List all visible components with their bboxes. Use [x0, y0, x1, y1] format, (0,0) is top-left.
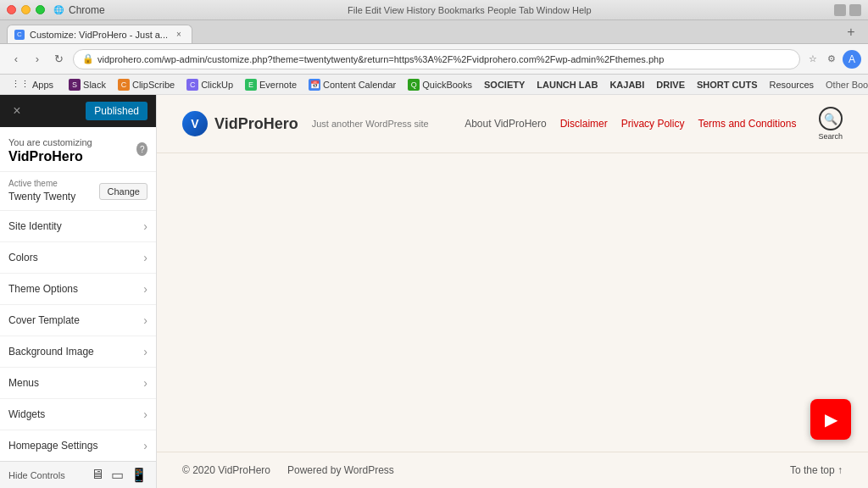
account-icon[interactable]: A [843, 50, 861, 69]
main-content: × Published You are customizing VidProHe… [0, 95, 868, 488]
traffic-lights [7, 5, 45, 14]
site-header: V VidProHero Just another WordPress site… [157, 95, 868, 153]
bookmark-drive[interactable]: DRIVE [652, 78, 689, 92]
bookmark-evernote-label: Evernote [259, 80, 297, 90]
footer-top-link[interactable]: To the top ↑ [790, 464, 843, 476]
bookmarks-bar: ⋮⋮ Apps S Slack C ClipScribe C ClickUp E… [0, 75, 868, 95]
customizer-publish-button[interactable]: Published [86, 102, 147, 120]
customizer-menu-item-widgets[interactable]: Widgets› [0, 399, 156, 430]
extensions-icon[interactable]: ⚙ [824, 52, 839, 67]
address-text: vidprohero.com/wp-admin/customize.php?th… [97, 54, 664, 64]
bookmark-apps[interactable]: ⋮⋮ Apps [7, 77, 58, 92]
menu-item-label: Cover Template [8, 314, 80, 326]
reload-button[interactable]: ↻ [49, 50, 68, 69]
bookmark-slack[interactable]: S Slack [64, 77, 110, 92]
hide-controls-button[interactable]: Hide Controls [8, 470, 65, 480]
active-theme-section: Active theme Twenty Twenty Change [0, 172, 156, 211]
logo-letter: V [191, 117, 198, 130]
customizer-info: You are customizing VidProHero ? [0, 127, 156, 172]
bookmark-evernote[interactable]: E Evernote [241, 77, 301, 92]
bookmark-star-icon[interactable]: ☆ [805, 52, 821, 67]
close-window-button[interactable] [7, 5, 16, 14]
bookmark-clipscribe[interactable]: C ClipScribe [114, 77, 179, 92]
mobile-icon[interactable]: 📱 [131, 467, 147, 483]
site-tagline: Just another WordPress site [312, 119, 429, 129]
menu-item-chevron: › [143, 345, 147, 358]
footer-copyright: © 2020 VidProHero [182, 464, 270, 476]
device-icons: 🖥 ▭ 📱 [91, 467, 147, 483]
customizer-info-icon[interactable]: ? [136, 142, 147, 156]
youtube-float-button[interactable]: ▶ [810, 399, 851, 440]
bookmark-content-calendar-label: Content Calendar [323, 80, 396, 90]
content-calendar-icon: 📅 [309, 79, 320, 91]
tab-close-button[interactable]: × [173, 29, 185, 41]
search-circle-icon: 🔍 [819, 107, 843, 130]
back-button[interactable]: ‹ [7, 50, 25, 69]
bookmark-resources-label: Resources [769, 80, 814, 90]
customizer-info-text: You are customizing VidProHero [8, 134, 136, 164]
menu-item-chevron: › [143, 282, 147, 296]
address-input[interactable]: 🔒 vidprohero.com/wp-admin/customize.php?… [73, 49, 800, 69]
website-preview: V VidProHero Just another WordPress site… [157, 95, 868, 488]
customizer-menu-item-colors[interactable]: Colors› [0, 242, 156, 274]
customizer-menu-item-menus[interactable]: Menus› [0, 368, 156, 399]
menu-item-chevron: › [143, 313, 147, 327]
search-button[interactable]: 🔍 Search [818, 107, 843, 141]
customizer-menu-item-cover-template[interactable]: Cover Template› [0, 305, 156, 336]
site-nav: About VidProHero Disclaimer Privacy Poli… [465, 107, 843, 141]
bookmark-clickup[interactable]: C ClickUp [182, 77, 237, 92]
bookmark-shortcuts-label: SHORT CUTS [697, 80, 758, 90]
chrome-icon: 🌐 [53, 5, 64, 14]
bookmark-launchlab-label: LAUNCH LAB [537, 80, 598, 90]
other-bookmarks-label: Other Bookmarks [826, 80, 868, 90]
apps-label: Apps [32, 80, 53, 90]
customizer-close-button[interactable]: × [8, 103, 25, 119]
bookmark-society[interactable]: SOCIETY [480, 78, 529, 92]
menu-item-label: Homepage Settings [8, 440, 97, 452]
menu-item-chevron: › [143, 376, 147, 390]
nav-privacy[interactable]: Privacy Policy [621, 118, 685, 130]
bookmark-quickbooks[interactable]: Q QuickBooks [403, 77, 476, 92]
bookmark-drive-label: DRIVE [656, 80, 685, 90]
title-bar-center: File Edit View History Bookmarks People … [105, 5, 834, 15]
tab-favicon: C [14, 30, 25, 40]
customizer-menu-item-homepage-settings[interactable]: Homepage Settings› [0, 430, 156, 461]
footer-powered: Powered by WordPress [287, 464, 394, 476]
customizer-menu-item-site-identity[interactable]: Site Identity› [0, 211, 156, 242]
tabs-bar: C Customize: VidProHero - Just a... × + [0, 20, 868, 44]
nav-terms[interactable]: Terms and Conditions [698, 118, 796, 130]
youtube-play-icon: ▶ [825, 409, 837, 430]
forward-button[interactable]: › [28, 50, 47, 69]
bookmark-resources[interactable]: Resources [765, 78, 818, 92]
apps-icon: ⋮⋮ [11, 79, 30, 90]
maximize-window-button[interactable] [36, 5, 45, 14]
customizer-menu-item-theme-options[interactable]: Theme Options› [0, 274, 156, 305]
site-logo-area: V VidProHero Just another WordPress site [182, 111, 429, 136]
bookmark-content-calendar[interactable]: 📅 Content Calendar [304, 77, 400, 92]
nav-about[interactable]: About VidProHero [465, 118, 547, 130]
minimize-window-button[interactable] [21, 5, 31, 14]
bookmark-shortcuts[interactable]: SHORT CUTS [693, 78, 762, 92]
menu-item-chevron: › [143, 439, 147, 452]
new-tab-button[interactable]: + [843, 24, 860, 41]
nav-buttons: ‹ › ↻ [7, 50, 68, 69]
bookmark-clipscribe-label: ClipScribe [132, 80, 175, 90]
tab-title: Customize: VidProHero - Just a... [30, 30, 168, 40]
active-tab[interactable]: C Customize: VidProHero - Just a... × [7, 25, 192, 43]
change-theme-button[interactable]: Change [99, 183, 147, 200]
customizer-footer: Hide Controls 🖥 ▭ 📱 [0, 461, 156, 488]
active-theme-label: Active theme [8, 179, 75, 188]
tablet-icon[interactable]: ▭ [111, 467, 124, 483]
nav-disclaimer[interactable]: Disclaimer [560, 118, 608, 130]
bookmark-kajabi[interactable]: KAJABI [605, 78, 648, 92]
site-name[interactable]: VidProHero [214, 115, 298, 133]
evernote-icon: E [245, 79, 257, 91]
settings-icon [849, 4, 861, 16]
clickup-icon: C [186, 79, 198, 91]
bookmark-launchlab[interactable]: LAUNCH LAB [532, 78, 602, 92]
active-theme-name: Twenty Twenty [8, 191, 75, 202]
desktop-icon[interactable]: 🖥 [91, 467, 104, 483]
other-bookmarks[interactable]: Other Bookmarks › [821, 78, 868, 92]
customizer-menu-item-background-image[interactable]: Background Image› [0, 336, 156, 368]
title-bar: 🌐 Chrome File Edit View History Bookmark… [0, 0, 868, 20]
